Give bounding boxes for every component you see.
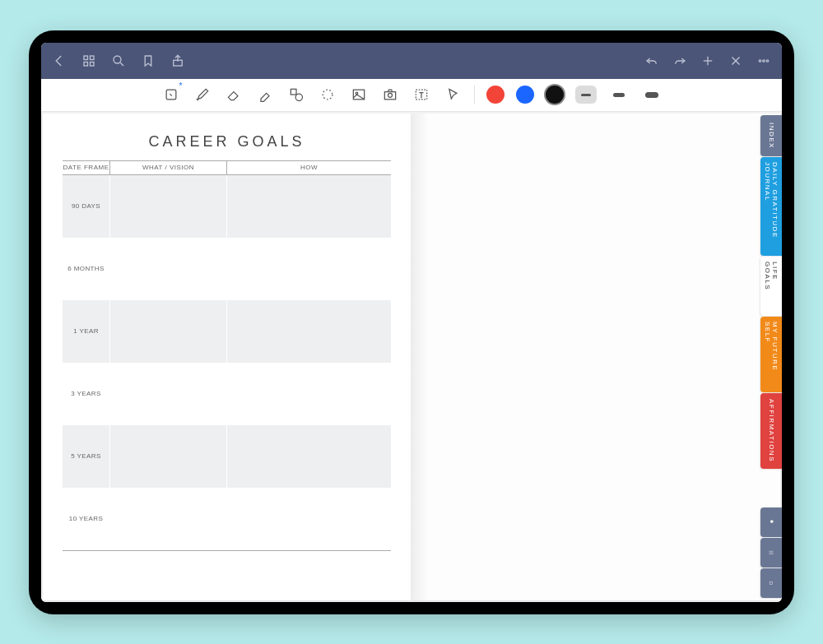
text-tool-icon[interactable] (412, 85, 431, 104)
cell-what[interactable] (110, 363, 227, 425)
tab-life-goals[interactable]: LIFE GOALS (760, 257, 782, 316)
stroke-medium[interactable] (608, 86, 630, 104)
share-icon[interactable] (170, 53, 186, 69)
readonly-toggle-icon[interactable] (161, 85, 181, 104)
row-label: 3 YEARS (63, 363, 110, 425)
cell-what[interactable] (110, 238, 227, 300)
toolbar-separator (474, 86, 475, 104)
svg-rect-2 (84, 62, 88, 66)
highlighter-tool-icon[interactable] (255, 85, 275, 104)
pointer-tool-icon[interactable] (443, 85, 463, 104)
row-label: 90 DAYS (63, 175, 110, 238)
camera-tool-icon[interactable] (380, 85, 400, 104)
svg-point-21 (388, 93, 392, 97)
cell-how[interactable] (227, 363, 391, 425)
table-row[interactable]: 6 MONTHS (63, 238, 391, 300)
shape-tool-icon[interactable] (286, 85, 306, 104)
bookmark-icon[interactable] (140, 53, 156, 69)
redo-icon[interactable] (672, 53, 688, 69)
back-icon[interactable] (51, 53, 67, 69)
svg-rect-26 (770, 581, 772, 584)
page-left[interactable]: CAREER GOALS DATE FRAME WHAT / VISION HO… (43, 114, 411, 600)
grid-icon[interactable] (81, 53, 97, 69)
cell-how[interactable] (227, 425, 391, 488)
color-red[interactable] (486, 86, 504, 104)
eraser-tool-icon[interactable] (224, 85, 244, 104)
pen-tool-icon[interactable] (193, 85, 212, 104)
page-right[interactable] (412, 114, 780, 600)
tab-dot[interactable]: • (760, 507, 782, 537)
table-row[interactable]: 90 DAYS (63, 175, 391, 238)
table-row[interactable]: 1 YEAR (63, 300, 391, 363)
table-row[interactable]: 3 YEARS (63, 363, 391, 425)
table-row[interactable]: 10 YEARS (63, 488, 391, 550)
stroke-thick[interactable] (641, 86, 663, 104)
color-black[interactable] (546, 86, 564, 104)
svg-line-5 (120, 63, 123, 66)
color-blue[interactable] (516, 86, 534, 104)
svg-rect-15 (291, 89, 296, 95)
side-tabs: INDEX DAILY GRATITUDE JOURNAL LIFE GOALS… (760, 115, 782, 599)
page-title: CAREER GOALS (63, 133, 391, 151)
close-icon[interactable] (728, 53, 744, 69)
row-label: 5 YEARS (63, 425, 110, 488)
cell-what[interactable] (110, 488, 227, 550)
row-label: 1 YEAR (63, 300, 110, 363)
screen: CAREER GOALS DATE FRAME WHAT / VISION HO… (41, 43, 782, 602)
cell-how[interactable] (227, 238, 391, 300)
edit-toolbar (41, 79, 782, 112)
tab-gratitude[interactable]: DAILY GRATITUDE JOURNAL (760, 157, 782, 256)
svg-point-13 (766, 59, 768, 61)
tab-square-icon[interactable] (760, 568, 782, 598)
cell-how[interactable] (227, 488, 391, 550)
svg-point-16 (295, 94, 302, 100)
svg-point-4 (114, 56, 121, 63)
svg-rect-0 (84, 56, 88, 60)
svg-point-11 (759, 59, 760, 61)
lasso-tool-icon[interactable] (318, 85, 337, 104)
cell-what[interactable] (110, 300, 227, 363)
cell-what[interactable] (110, 175, 227, 238)
image-tool-icon[interactable] (349, 85, 369, 104)
svg-point-12 (763, 59, 765, 61)
nav-toolbar (41, 43, 782, 79)
undo-icon[interactable] (644, 53, 660, 69)
table-row[interactable]: 5 YEARS (63, 425, 391, 488)
svg-point-19 (356, 92, 358, 95)
tab-menu-icon[interactable] (760, 538, 782, 568)
header-what: WHAT / VISION (110, 161, 227, 174)
table-header: DATE FRAME WHAT / VISION HOW (63, 160, 391, 175)
row-label: 10 YEARS (63, 488, 110, 550)
tablet-frame: CAREER GOALS DATE FRAME WHAT / VISION HO… (29, 30, 794, 614)
goals-table: DATE FRAME WHAT / VISION HOW 90 DAYS 6 M… (63, 160, 391, 551)
cell-how[interactable] (227, 300, 391, 363)
header-date-frame: DATE FRAME (63, 161, 110, 174)
add-icon[interactable] (700, 53, 716, 69)
tab-future-self[interactable]: MY FUTURE SELF (760, 317, 782, 392)
row-label: 6 MONTHS (63, 238, 110, 300)
document-area: CAREER GOALS DATE FRAME WHAT / VISION HO… (41, 112, 782, 602)
more-icon[interactable] (756, 53, 772, 69)
svg-rect-3 (91, 62, 95, 66)
stroke-thin[interactable] (575, 86, 597, 104)
cell-what[interactable] (110, 425, 227, 488)
tab-affirmations[interactable]: AFFIRMATIONS (760, 393, 782, 469)
svg-point-17 (323, 90, 332, 100)
search-icon[interactable] (110, 53, 127, 69)
tab-index[interactable]: INDEX (760, 115, 782, 156)
header-how: HOW (227, 161, 391, 174)
cell-how[interactable] (227, 175, 391, 238)
svg-rect-1 (91, 56, 95, 60)
